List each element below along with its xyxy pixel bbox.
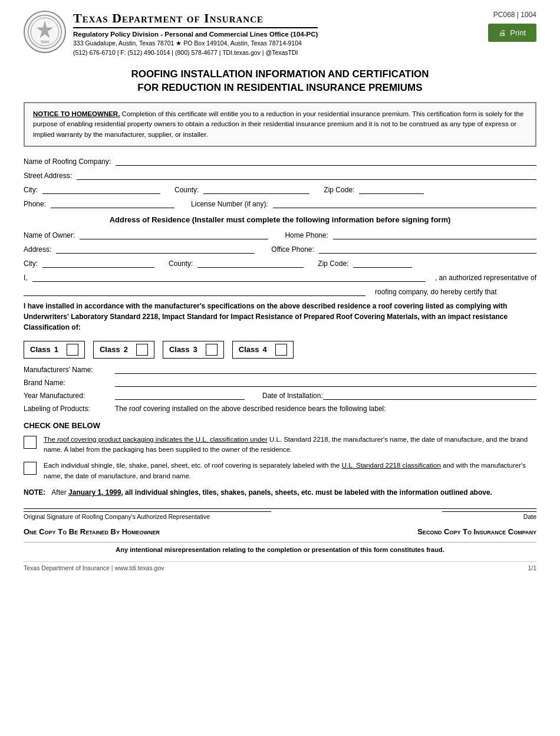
office-phone-label: Office Phone: [271, 245, 314, 254]
print-label: Print [510, 28, 526, 37]
footer-left: Texas Department of Insurance | www.tdi.… [24, 564, 164, 571]
class-2-checkbox[interactable] [136, 344, 148, 356]
class-1-item: Class 1 [24, 341, 85, 359]
class-4-label: Class [239, 345, 259, 354]
owner-row: Name of Owner: Home Phone: [24, 230, 536, 239]
res-zip-input[interactable] [353, 258, 412, 268]
roofing-company-cert-input[interactable] [24, 287, 365, 296]
address-line2: (512) 676-6710 | F: (512) 490-1014 | (80… [73, 48, 318, 58]
check-box-2[interactable] [24, 462, 37, 475]
note-date: January 1, 1999 [68, 488, 121, 497]
org-name: Texas Department of Insurance [73, 11, 318, 28]
office-phone-input[interactable] [319, 244, 536, 254]
state-seal: TEXAS [24, 11, 66, 53]
notice-box: NOTICE TO HOMEOWNER. Completion of this … [24, 102, 536, 147]
copy-row: One Copy To Be Retained By Homeowner Sec… [24, 527, 536, 536]
class-3-item: Class 3 [163, 341, 224, 359]
roofing-company-label: Name of Roofing Company: [24, 157, 111, 166]
copy2: Second Copy To Insurance Company [417, 527, 536, 536]
brand-input[interactable] [115, 377, 536, 387]
address-input[interactable] [56, 244, 255, 254]
class-row: Class 1 Class 2 Class 3 Class 4 [24, 341, 536, 359]
zip-input[interactable] [359, 185, 424, 194]
license-label: License Number (if any): [191, 200, 268, 208]
res-city-input[interactable] [42, 258, 154, 268]
notice-prefix: NOTICE TO HOMEOWNER. [33, 110, 120, 117]
sig-row: Original Signature of Roofing Company's … [24, 511, 536, 520]
labeling-label: Labeling of Products: [24, 403, 115, 414]
street-address-label: Street Address: [24, 172, 72, 180]
res-city-label: City: [24, 259, 38, 268]
phone-input[interactable] [51, 199, 174, 208]
copy1: One Copy To Be Retained By Homeowner [24, 527, 160, 536]
home-phone-input[interactable] [333, 230, 536, 239]
street-address-input[interactable] [77, 170, 536, 180]
res-city-county-zip-row: City: County: Zip Code: [24, 258, 536, 268]
check2-underline: U.L. Standard 2218 classification [342, 462, 441, 469]
class-4-number: 4 [263, 345, 267, 354]
check-option-2: Each individual shingle, tile, shake, pa… [24, 461, 536, 481]
class-1-label: Class [30, 345, 51, 354]
roofing-company-input[interactable] [116, 156, 536, 166]
note-label: NOTE: [24, 487, 45, 498]
manufacturers-input[interactable] [115, 364, 536, 374]
form-title: Roofing Installation Information and Cer… [24, 67, 536, 96]
printer-icon: 🖨 [499, 28, 506, 37]
address-line1: 333 Guadalupe, Austin, Texas 78701 ★ PO … [73, 39, 318, 48]
res-county-input[interactable] [197, 258, 304, 268]
date-line[interactable] [442, 511, 536, 512]
check-box-1[interactable] [24, 436, 37, 449]
residence-section-title: Address of Residence (Installer must com… [24, 215, 536, 224]
header-right: PC068 | 1004 🖨 Print [488, 11, 536, 42]
brand-row: Brand Name: [24, 377, 536, 387]
res-zip-label: Zip Code: [318, 259, 348, 268]
county-input[interactable] [203, 185, 309, 194]
note-text: After January 1, 1999, all individual sh… [51, 487, 492, 498]
brand-label: Brand Name: [24, 379, 115, 387]
owner-input[interactable] [80, 230, 268, 239]
roofing-company-row: Name of Roofing Company: [24, 156, 536, 166]
check-text-2: Each individual shingle, tile, shake, pa… [44, 461, 536, 481]
i-name-input[interactable] [32, 272, 426, 282]
phone-license-row: Phone: License Number (if any): [24, 199, 536, 208]
class-2-number: 2 [124, 345, 128, 354]
header-left: TEXAS Texas Department of Insurance Regu… [24, 11, 318, 58]
city-input[interactable] [42, 185, 160, 194]
class-3-checkbox[interactable] [206, 344, 218, 356]
header: TEXAS Texas Department of Insurance Regu… [24, 11, 536, 58]
sig-line[interactable] [24, 511, 271, 512]
check-option-1: The roof covering product packaging indi… [24, 435, 536, 455]
class-1-checkbox[interactable] [67, 344, 78, 356]
street-address-row: Street Address: [24, 170, 536, 180]
page: TEXAS Texas Department of Insurance Regu… [0, 0, 560, 736]
certification-text: I have installed in accordance with the … [24, 301, 536, 333]
date-caption: Date [523, 513, 536, 520]
i-row: I, , an authorized representative of [24, 272, 536, 282]
class-3-number: 3 [193, 345, 197, 354]
class-2-label: Class [100, 345, 120, 354]
fraud-note: Any intentional misrepresentation relati… [24, 542, 536, 553]
check-below-title: CHECK ONE BELOW [24, 421, 536, 430]
roofing-company-cert-row: roofing company, do hereby certify that [24, 287, 536, 296]
license-input[interactable] [273, 199, 536, 208]
division-name: Regulatory Policy Division - Personal an… [73, 31, 318, 38]
check-text-1: The roof covering product packaging indi… [44, 435, 536, 455]
class-3-label: Class [169, 345, 190, 354]
print-button[interactable]: 🖨 Print [488, 24, 536, 42]
header-text: Texas Department of Insurance Regulatory… [73, 11, 318, 58]
i-label: I, [24, 274, 28, 282]
roofing-company-text: roofing company, do hereby certify that [375, 288, 497, 296]
address-row: Address: Office Phone: [24, 244, 536, 254]
title-line2: for Reduction in Residential Insurance P… [24, 81, 536, 95]
manufacturers-label: Manufacturers' Name: [24, 366, 115, 374]
labeling-text: The roof covering installed on the above… [115, 403, 386, 414]
zip-label: Zip Code: [324, 186, 354, 194]
manufacturers-row: Manufacturers' Name: [24, 364, 536, 374]
class-4-checkbox[interactable] [275, 344, 287, 356]
title-line1: Roofing Installation Information and Cer… [24, 67, 536, 81]
year-input[interactable] [115, 390, 245, 400]
svg-marker-2 [37, 21, 52, 37]
date-install-input[interactable] [323, 390, 536, 400]
address-label: Address: [24, 245, 51, 254]
res-county-label: County: [169, 259, 193, 268]
